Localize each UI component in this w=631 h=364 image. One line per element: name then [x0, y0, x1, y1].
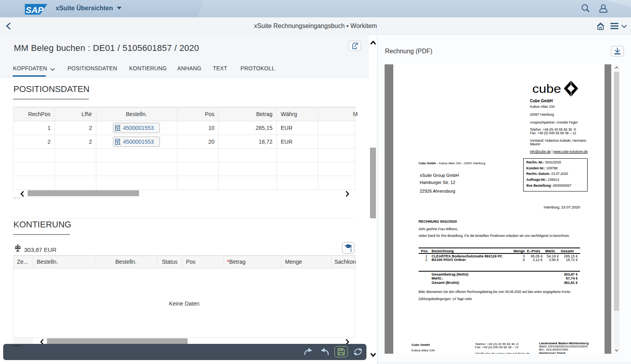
svg-text:SAP: SAP: [26, 5, 44, 15]
svg-text:cube: cube: [532, 83, 561, 95]
